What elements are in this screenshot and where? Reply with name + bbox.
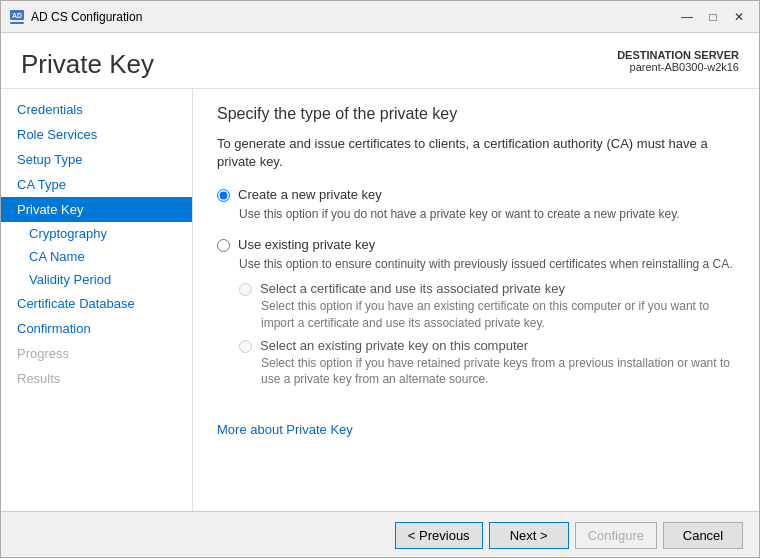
svg-text:AD: AD (12, 12, 22, 19)
create-new-key-label[interactable]: Create a new private key (238, 187, 382, 202)
sidebar-item-role-services[interactable]: Role Services (1, 122, 192, 147)
next-button[interactable]: Next > (489, 522, 569, 549)
title-bar: AD AD CS Configuration — □ ✕ (1, 1, 759, 33)
destination-label: DESTINATION SERVER (617, 49, 739, 61)
configure-button: Configure (575, 522, 657, 549)
page-header: Private Key DESTINATION SERVER parent-AB… (1, 33, 759, 89)
sidebar-item-cryptography[interactable]: Cryptography (1, 222, 192, 245)
app-icon: AD (9, 9, 25, 25)
close-button[interactable]: ✕ (727, 7, 751, 27)
sidebar-item-credentials[interactable]: Credentials (1, 97, 192, 122)
create-new-key-group: Create a new private key Use this option… (217, 187, 735, 223)
sidebar-item-confirmation[interactable]: Confirmation (1, 316, 192, 341)
use-existing-key-option: Use existing private key (217, 237, 735, 252)
page-title: Private Key (21, 49, 154, 80)
content-description: To generate and issue certificates to cl… (217, 135, 735, 171)
use-existing-key-description: Use this option to ensure continuity wit… (239, 256, 735, 273)
svg-rect-1 (10, 22, 24, 24)
sidebar-item-ca-type[interactable]: CA Type (1, 172, 192, 197)
create-new-key-option: Create a new private key (217, 187, 735, 202)
select-existing-key-description: Select this option if you have retained … (261, 355, 735, 389)
more-about-link[interactable]: More about Private Key (217, 422, 353, 437)
footer: < Previous Next > Configure Cancel (1, 511, 759, 558)
destination-server-info: DESTINATION SERVER parent-AB0300-w2k16 (617, 49, 739, 73)
select-existing-key-radio[interactable] (239, 340, 252, 353)
previous-button[interactable]: < Previous (395, 522, 483, 549)
select-cert-label[interactable]: Select a certificate and use its associa… (260, 281, 565, 296)
sidebar-item-ca-name[interactable]: CA Name (1, 245, 192, 268)
main-container: Private Key DESTINATION SERVER parent-AB… (1, 33, 759, 558)
maximize-button[interactable]: □ (701, 7, 725, 27)
content-heading: Specify the type of the private key (217, 105, 735, 123)
use-existing-key-group: Use existing private key Use this option… (217, 237, 735, 388)
window-title: AD CS Configuration (31, 10, 675, 24)
cancel-button[interactable]: Cancel (663, 522, 743, 549)
window-controls: — □ ✕ (675, 7, 751, 27)
use-existing-key-radio[interactable] (217, 239, 230, 252)
create-new-key-radio[interactable] (217, 189, 230, 202)
use-existing-key-label[interactable]: Use existing private key (238, 237, 375, 252)
destination-name: parent-AB0300-w2k16 (617, 61, 739, 73)
minimize-button[interactable]: — (675, 7, 699, 27)
sub-radio-section: Select a certificate and use its associa… (239, 281, 735, 388)
sidebar-item-progress: Progress (1, 341, 192, 366)
sidebar: Credentials Role Services Setup Type CA … (1, 89, 193, 511)
main-content: Specify the type of the private key To g… (193, 89, 759, 511)
sidebar-item-validity-period[interactable]: Validity Period (1, 268, 192, 291)
select-cert-radio[interactable] (239, 283, 252, 296)
select-existing-key-label[interactable]: Select an existing private key on this c… (260, 338, 528, 353)
sidebar-item-certificate-database[interactable]: Certificate Database (1, 291, 192, 316)
sidebar-item-setup-type[interactable]: Setup Type (1, 147, 192, 172)
select-existing-key-option: Select an existing private key on this c… (239, 338, 735, 353)
content-area: Credentials Role Services Setup Type CA … (1, 89, 759, 511)
select-cert-description: Select this option if you have an existi… (261, 298, 735, 332)
sidebar-item-private-key[interactable]: Private Key (1, 197, 192, 222)
create-new-key-description: Use this option if you do not have a pri… (239, 206, 735, 223)
sidebar-item-results: Results (1, 366, 192, 391)
select-cert-option: Select a certificate and use its associa… (239, 281, 735, 296)
